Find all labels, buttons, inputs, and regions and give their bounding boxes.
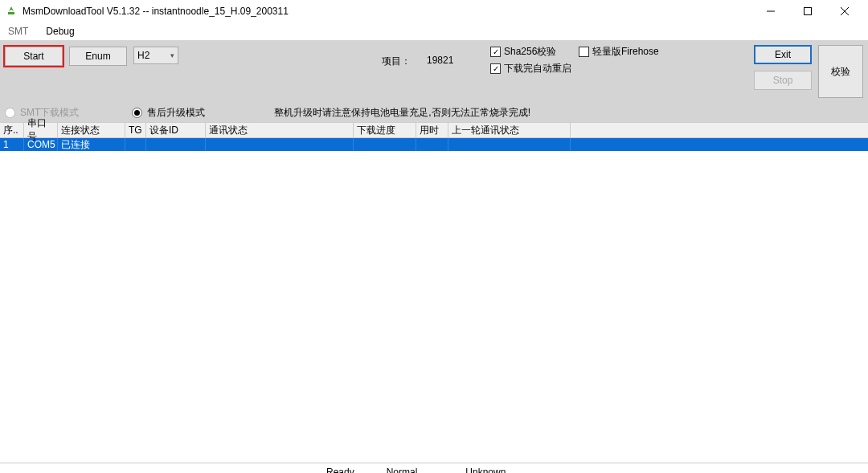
check-area-left: Sha256校验 下载完自动重启: [490, 45, 571, 75]
table-row[interactable]: 1 COM5 已连接: [0, 138, 868, 151]
th-time[interactable]: 用时: [416, 123, 448, 137]
chevron-down-icon: ▾: [170, 51, 174, 59]
td-com: COM5: [24, 138, 58, 151]
td-prog: [354, 138, 416, 151]
project-value: 19821: [427, 55, 453, 68]
td-conn: 已连接: [58, 138, 125, 151]
window-title: MsmDownloadTool V5.1.32 -- instantnoodle…: [23, 6, 752, 17]
menu-smt[interactable]: SMT: [5, 24, 31, 39]
svg-rect-0: [8, 12, 14, 14]
status-unknown: Unknown: [465, 467, 506, 474]
th-last[interactable]: 上一轮通讯状态: [448, 123, 571, 137]
after-sale-radio[interactable]: [132, 108, 142, 118]
after-sale-label: 售后升级模式: [147, 106, 205, 120]
status-normal: Normal: [387, 467, 418, 474]
start-button[interactable]: Start: [5, 47, 63, 66]
stop-button: Stop: [754, 71, 812, 90]
firehose-checkbox[interactable]: [579, 47, 589, 57]
th-dev[interactable]: 设备ID: [146, 123, 206, 137]
reboot-checkbox[interactable]: [490, 63, 501, 74]
project-label: 项目：: [382, 55, 411, 68]
window-controls: [752, 0, 863, 22]
sha256-checkbox[interactable]: [490, 47, 501, 57]
close-button[interactable]: [826, 0, 863, 22]
td-comm: [206, 138, 354, 151]
device-combo[interactable]: H2 ▾: [133, 47, 178, 64]
enum-button[interactable]: Enum: [69, 47, 127, 66]
td-tg: [125, 138, 146, 151]
menu-debug[interactable]: Debug: [43, 24, 77, 39]
svg-rect-2: [805, 8, 812, 15]
th-seq[interactable]: 序..: [0, 123, 24, 137]
td-seq: 1: [0, 138, 24, 151]
td-time: [416, 138, 448, 151]
reboot-label: 下载完自动重启: [504, 62, 571, 75]
table-header: 序.. 串口号 连接状态 TG 设备ID 通讯状态 下载进度 用时 上一轮通讯状…: [0, 122, 868, 138]
minimize-button[interactable]: [752, 0, 789, 22]
status-ready: Ready: [326, 467, 354, 474]
maximize-button[interactable]: [789, 0, 826, 22]
table-body: 1 COM5 已连接: [0, 138, 868, 463]
smt-mode-radio: [5, 108, 15, 118]
toolbar: Start Enum H2 ▾ 项目： 19821 Sha256校验 下载完自动…: [0, 40, 868, 103]
titlebar: MsmDownloadTool V5.1.32 -- instantnoodle…: [0, 0, 868, 22]
exit-button[interactable]: Exit: [754, 45, 812, 64]
check-area-right: 轻量版Firehose: [579, 45, 659, 59]
warning-text: 整机升级时请注意保持电池电量充足,否则无法正常烧录完成!: [274, 106, 530, 120]
sha256-label: Sha256校验: [504, 45, 556, 59]
right-buttons: Exit Stop: [754, 45, 812, 90]
td-dev: [146, 138, 206, 151]
statusbar: Ready Normal Unknown: [0, 463, 868, 473]
th-comm[interactable]: 通讯状态: [206, 123, 354, 137]
menubar: SMT Debug: [0, 22, 868, 40]
th-conn[interactable]: 连接状态: [58, 123, 125, 137]
td-last: [448, 138, 571, 151]
verify-button[interactable]: 校验: [818, 45, 863, 98]
firehose-label: 轻量版Firehose: [592, 45, 659, 59]
th-tg[interactable]: TG: [125, 123, 146, 137]
combo-value: H2: [137, 50, 149, 61]
mode-row: SMT下载模式 售后升级模式 整机升级时请注意保持电池电量充足,否则无法正常烧录…: [0, 103, 868, 122]
app-icon: [5, 5, 18, 18]
project-info: 项目： 19821: [382, 55, 453, 68]
th-com[interactable]: 串口号: [24, 123, 58, 137]
th-prog[interactable]: 下载进度: [354, 123, 416, 137]
